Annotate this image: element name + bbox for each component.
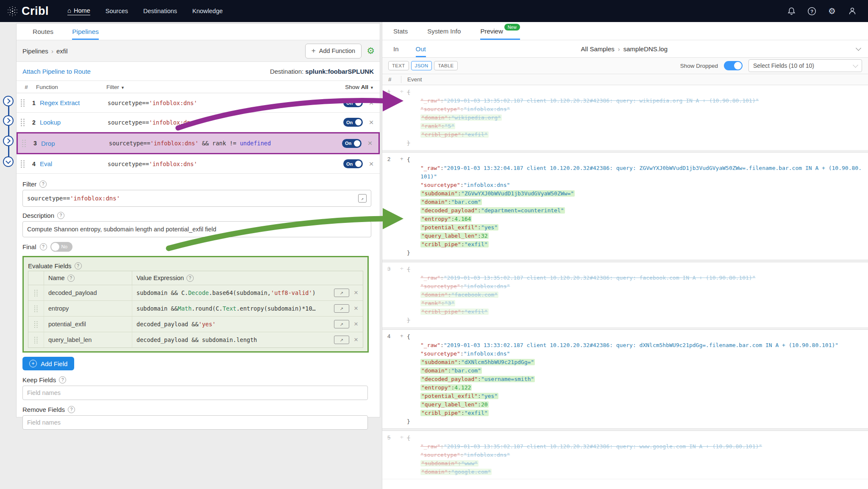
drag-handle-icon[interactable]: [34, 306, 38, 312]
drag-handle-icon[interactable]: [22, 140, 27, 147]
nav-item-sources[interactable]: Sources: [106, 8, 128, 14]
function-on-toggle[interactable]: On: [343, 118, 363, 127]
expand-event-icon[interactable]: +: [400, 88, 403, 94]
pipeline-settings-gear-icon[interactable]: ⚙: [367, 46, 375, 56]
drag-handle-icon[interactable]: [34, 321, 38, 328]
field-key: "cribl_pipe": [421, 308, 461, 315]
tab-preview[interactable]: Preview New: [480, 22, 520, 40]
function-name-link[interactable]: Lookup: [40, 119, 108, 126]
remove-field-icon[interactable]: ×: [349, 304, 363, 313]
event-row[interactable]: 2+{"_raw":"2019-01-03 13:32:04.187 clien…: [382, 153, 868, 260]
function-name-link[interactable]: Eval: [40, 160, 108, 167]
tab-in[interactable]: In: [393, 40, 399, 57]
field-value-expression[interactable]: decoded_payload && 'yes': [132, 317, 334, 332]
expand-editor-icon[interactable]: ↗: [334, 336, 349, 344]
tab-system-info[interactable]: System Info: [427, 22, 461, 40]
function-name-link[interactable]: Drop: [41, 140, 109, 147]
remove-field-icon[interactable]: ×: [349, 289, 363, 297]
description-input[interactable]: Compute Shannon entropy, subdomain lengt…: [22, 221, 371, 237]
nav-item-destinations[interactable]: Destinations: [143, 8, 177, 14]
function-on-toggle[interactable]: On: [342, 139, 362, 148]
remove-field-icon[interactable]: ×: [349, 336, 363, 344]
function-expand-chevron-4[interactable]: [3, 156, 14, 167]
help-circle-icon[interactable]: ?: [40, 243, 47, 250]
filter-expression-input[interactable]: sourcetype=='infoblox:dns' ↗: [22, 190, 371, 207]
function-collapse-chevron-1[interactable]: [3, 96, 14, 106]
drag-handle-icon[interactable]: [21, 99, 25, 106]
help-circle-icon[interactable]: ?: [75, 262, 82, 270]
function-collapse-chevron-3[interactable]: [3, 136, 14, 146]
user-account-icon[interactable]: [848, 6, 857, 16]
function-row-eval[interactable]: 4Evalsourcetype=='infoblox:dns'On×: [17, 154, 380, 174]
function-on-toggle[interactable]: On: [343, 159, 363, 168]
field-value-expression[interactable]: subdomain && C.Decode.base64(subdomain, …: [132, 285, 334, 300]
tab-stats[interactable]: Stats: [393, 22, 408, 40]
nav-item-home[interactable]: ⌂ Home: [67, 7, 90, 15]
filter-column-header[interactable]: Filter▼: [106, 84, 345, 90]
help-circle-icon[interactable]: ?: [67, 275, 75, 282]
expand-event-icon[interactable]: +: [400, 333, 403, 339]
nav-item-knowledge[interactable]: Knowledge: [192, 8, 223, 14]
field-value: "2019-01-03 13:35:02.187 client 10.120.2…: [444, 97, 759, 104]
remove-function-icon[interactable]: ×: [363, 159, 380, 169]
keep-fields-input[interactable]: [22, 386, 368, 400]
added-field-highlight: "domain":"google.com": [420, 469, 492, 475]
remove-function-icon[interactable]: ×: [362, 139, 378, 148]
function-row-drop[interactable]: 3Dropsourcetype=='infoblox:dns' && rank …: [17, 132, 380, 154]
mode-json-button[interactable]: JSON: [411, 61, 432, 70]
help-circle-icon[interactable]: ?: [68, 406, 75, 413]
function-row-lookup[interactable]: 2Lookupsourcetype=='infoblox:dns'On×: [17, 113, 380, 132]
help-circle-icon[interactable]: ?: [59, 376, 66, 383]
final-toggle[interactable]: No: [50, 242, 72, 252]
add-field-button[interactable]: + Add Field: [22, 357, 74, 370]
triangle-down-icon: ▼: [370, 86, 374, 90]
event-row[interactable]: 5+{"_raw":"2019-01-03 13:35:02.187 clien…: [382, 431, 868, 479]
event-json: {"_raw":"2019-01-03 13:35:02.187 client …: [407, 265, 868, 325]
help-circle-icon[interactable]: ?: [186, 275, 194, 282]
add-function-button[interactable]: + Add Function: [305, 44, 362, 58]
expand-editor-icon[interactable]: ↗: [334, 320, 349, 328]
field-value-expression[interactable]: decoded_payload && subdomain.length: [132, 332, 334, 347]
select-fields-dropdown[interactable]: Select Fields (10 of 10): [748, 59, 862, 72]
cribl-logo[interactable]: Cribl: [7, 5, 49, 18]
remove-function-icon[interactable]: ×: [363, 98, 380, 108]
expand-editor-icon[interactable]: ↗: [358, 194, 367, 203]
drag-handle-icon[interactable]: [21, 160, 25, 167]
sample-selector[interactable]: All Samples › sampleDNS.log: [581, 45, 860, 53]
mode-text-button[interactable]: TEXT: [388, 61, 409, 70]
mode-table-button[interactable]: TABLE: [434, 61, 457, 70]
function-row-regex-extract[interactable]: 1Regex Extractsourcetype=='infoblox:dns'…: [17, 93, 380, 113]
expand-event-icon[interactable]: +: [400, 156, 403, 162]
help-icon[interactable]: ?: [807, 6, 816, 16]
drag-handle-icon[interactable]: [34, 290, 38, 296]
expand-editor-icon[interactable]: ↗: [334, 304, 349, 313]
help-circle-icon[interactable]: ?: [57, 212, 64, 219]
event-row[interactable]: 1+{"_raw":"2019-01-03 13:35:02.187 clien…: [382, 85, 868, 150]
remove-fields-input[interactable]: [22, 415, 368, 430]
breadcrumb-parent[interactable]: Pipelines: [22, 47, 48, 55]
function-collapse-chevron-2[interactable]: [3, 115, 14, 126]
expand-editor-icon[interactable]: ↗: [334, 289, 349, 297]
show-dropped-toggle[interactable]: [724, 61, 743, 70]
drag-handle-icon[interactable]: [34, 337, 38, 343]
notifications-bell-icon[interactable]: [787, 6, 796, 16]
settings-gear-icon[interactable]: ⚙: [827, 6, 837, 16]
expand-event-icon[interactable]: +: [400, 434, 403, 440]
function-on-toggle[interactable]: On: [343, 98, 363, 107]
tab-pipelines[interactable]: Pipelines: [72, 24, 99, 40]
remove-function-icon[interactable]: ×: [363, 118, 380, 127]
event-field: "potential_exfil":"yes": [407, 392, 862, 400]
remove-field-icon[interactable]: ×: [349, 320, 363, 328]
attach-pipeline-link[interactable]: Attach Pipeline to Route: [22, 68, 91, 75]
tab-out[interactable]: Out: [416, 40, 426, 57]
added-field-highlight: "decoded_payload":"username=smith": [420, 376, 535, 382]
function-name-link[interactable]: Regex Extract: [40, 99, 108, 106]
event-row[interactable]: 3+{"_raw":"2019-01-03 13:35:02.187 clien…: [382, 262, 868, 328]
help-circle-icon[interactable]: ?: [39, 181, 47, 188]
event-row[interactable]: 4+{"_raw":"2019-01-03 13:33:02.187 clien…: [382, 330, 868, 429]
tab-routes[interactable]: Routes: [33, 24, 53, 40]
expand-event-icon[interactable]: +: [400, 265, 403, 272]
drag-handle-icon[interactable]: [21, 119, 25, 126]
field-value-expression[interactable]: subdomain && Math.round(C.Text.entropy(s…: [132, 301, 334, 316]
show-all-dropdown[interactable]: Show All▼: [345, 84, 374, 90]
